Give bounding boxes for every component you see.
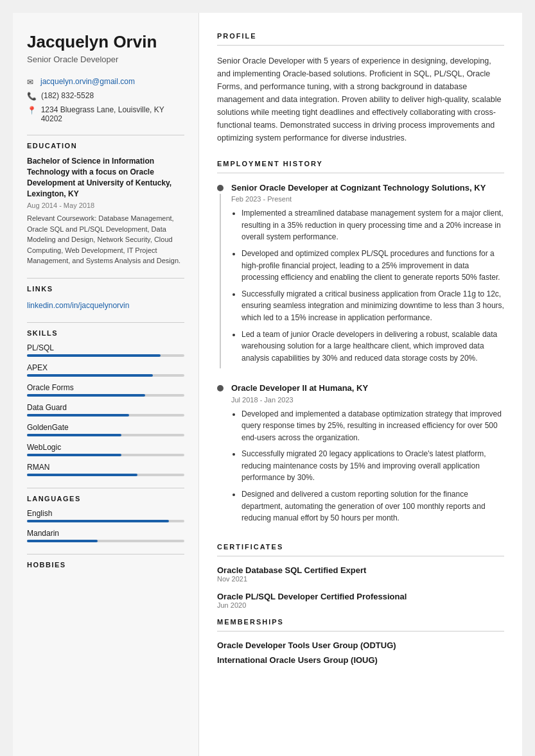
employment-section-title: EMPLOYMENT HISTORY — [217, 160, 504, 168]
certificates-list: Oracle Database SQL Certified Expert Nov… — [217, 565, 504, 609]
hobbies-section-title: HOBBIES — [27, 561, 184, 569]
skill-name: GoldenGate — [27, 423, 184, 432]
skills-section-title: SKILLS — [27, 329, 184, 337]
job-content: Oracle Developer II at Humana, KY Jul 20… — [231, 382, 504, 529]
job-title: Senior Oracle Developer at Cognizant Tec… — [231, 182, 504, 194]
job-block: Oracle Developer II at Humana, KY Jul 20… — [217, 382, 504, 529]
edu-degree: Bachelor of Science in Information Techn… — [27, 156, 184, 199]
job-bullet: Implemented a streamlined database manag… — [241, 207, 504, 243]
skill-bar-bg — [27, 374, 184, 377]
certificate-block: Oracle Database SQL Certified Expert Nov… — [217, 565, 504, 583]
job-bullet: Successfully migrated 20 legacy applicat… — [241, 448, 504, 484]
skill-item: Oracle Forms — [27, 383, 184, 397]
skill-bar-fill — [27, 474, 137, 476]
skill-name: Oracle Forms — [27, 383, 184, 392]
skills-divider — [27, 322, 184, 323]
email-icon: ✉ — [27, 78, 36, 87]
hobbies-divider — [27, 554, 184, 554]
employment-divider — [217, 173, 504, 173]
certificate-date: Nov 2021 — [217, 575, 504, 583]
job-bullet: Designed and delivered a custom reportin… — [241, 488, 504, 524]
skill-item: PL/SQL — [27, 343, 184, 357]
phone-number: (182) 832-5528 — [41, 91, 94, 100]
skill-bar-fill — [27, 354, 161, 357]
membership-item: Oracle Developer Tools User Group (ODTUG… — [217, 640, 504, 650]
profile-divider — [217, 45, 504, 46]
links-section-title: LINKS — [27, 285, 184, 293]
skill-bar-bg — [27, 434, 184, 436]
skill-item: RMAN — [27, 463, 184, 476]
job-bullets: Developed and implemented a database opt… — [231, 408, 504, 524]
skill-bar-fill — [27, 414, 129, 417]
skill-bar-bg — [27, 414, 184, 417]
job-date: Feb 2023 - Present — [231, 195, 504, 203]
certificate-block: Oracle PL/SQL Developer Certified Profes… — [217, 592, 504, 609]
skill-item: GoldenGate — [27, 423, 184, 436]
job-bullets: Implemented a streamlined database manag… — [231, 207, 504, 364]
skill-bar-bg — [27, 474, 184, 476]
skill-item: APEX — [27, 363, 184, 377]
job-dot-col — [217, 382, 224, 529]
profile-text: Senior Oracle Developer with 5 years of … — [217, 55, 504, 144]
edu-date: Aug 2014 - May 2018 — [27, 202, 184, 209]
memberships-section-title: MEMBERSHIPS — [217, 618, 504, 626]
skill-bar-fill — [27, 454, 121, 456]
job-line — [220, 194, 221, 368]
skill-name: Data Guard — [27, 403, 184, 412]
education-section-title: EDUCATION — [27, 142, 184, 150]
job-dot — [217, 185, 224, 191]
skill-bar-fill — [27, 434, 121, 436]
skill-item: WebLogic — [27, 443, 184, 456]
profile-section-title: PROFILE — [217, 32, 504, 40]
job-dot — [217, 385, 224, 391]
job-bullet: Led a team of junior Oracle developers i… — [241, 329, 504, 365]
skill-name: PL/SQL — [27, 343, 184, 352]
edu-coursework: Relevant Coursework: Database Management… — [27, 213, 184, 266]
certificate-name: Oracle PL/SQL Developer Certified Profes… — [217, 592, 504, 601]
email-contact: ✉ jacquelyn.orvin@gmail.com — [27, 77, 184, 87]
skill-bar-fill — [27, 394, 145, 397]
certificate-name: Oracle Database SQL Certified Expert — [217, 565, 504, 575]
memberships-list: Oracle Developer Tools User Group (ODTUG… — [217, 640, 504, 665]
job-block: Senior Oracle Developer at Cognizant Tec… — [217, 182, 504, 368]
skill-bar-bg — [27, 354, 184, 357]
skill-name: RMAN — [27, 463, 184, 472]
certificates-divider — [217, 556, 504, 556]
job-bullet: Successfully migrated a critical busines… — [241, 288, 504, 324]
language-name: Mandarin — [27, 529, 184, 538]
memberships-divider — [217, 631, 504, 631]
language-bar-bg — [27, 540, 184, 542]
links-divider — [27, 278, 184, 279]
certificate-date: Jun 2020 — [217, 601, 504, 609]
skill-item: Data Guard — [27, 403, 184, 417]
job-title: Oracle Developer II at Humana, KY — [231, 382, 504, 394]
skill-name: WebLogic — [27, 443, 184, 452]
languages-list: English Mandarin — [27, 509, 184, 542]
language-bar-bg — [27, 520, 184, 522]
languages-section-title: LANGUAGES — [27, 495, 184, 503]
skill-name: APEX — [27, 363, 184, 372]
education-divider — [27, 135, 184, 135]
language-name: English — [27, 509, 184, 518]
phone-contact: 📞 (182) 832-5528 — [27, 91, 184, 101]
language-bar-fill — [27, 540, 98, 542]
email-link[interactable]: jacquelyn.orvin@gmail.com — [40, 77, 135, 86]
language-item: Mandarin — [27, 529, 184, 542]
job-title: Senior Oracle Developer — [27, 55, 184, 64]
job-content: Senior Oracle Developer at Cognizant Tec… — [231, 182, 504, 368]
linkedin-link[interactable]: linkedin.com/in/jacquelynorvin — [27, 301, 129, 310]
full-name: Jacquelyn Orvin — [27, 32, 184, 52]
job-dot-col — [217, 182, 224, 368]
job-bullet: Developed and optimized complex PL/SQL p… — [241, 248, 504, 284]
address-text: 1234 Bluegrass Lane, Louisville, KY 4020… — [41, 105, 184, 123]
skill-bar-bg — [27, 394, 184, 397]
location-icon: 📍 — [27, 106, 37, 115]
language-item: English — [27, 509, 184, 522]
skill-bar-fill — [27, 374, 153, 377]
membership-item: International Oracle Users Group (IOUG) — [217, 655, 504, 665]
skill-bar-bg — [27, 454, 184, 456]
jobs-list: Senior Oracle Developer at Cognizant Tec… — [217, 182, 504, 529]
language-bar-fill — [27, 520, 169, 522]
job-date: Jul 2018 - Jan 2023 — [231, 396, 504, 404]
certificates-section-title: CERTIFICATES — [217, 543, 504, 551]
